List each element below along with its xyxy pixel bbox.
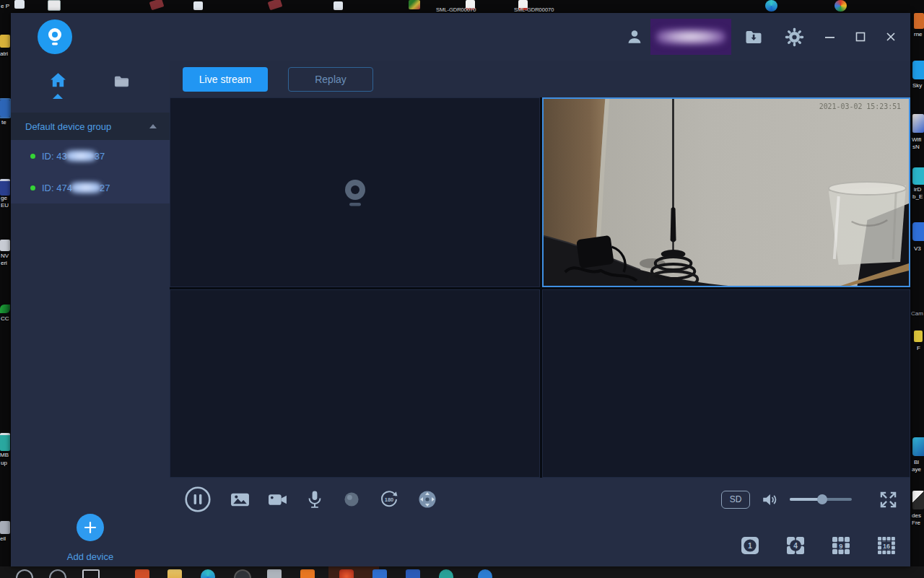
- taskbar-explorer-icon[interactable]: [167, 569, 182, 578]
- record-video-button[interactable]: [268, 490, 287, 509]
- device-group-header[interactable]: Default device group: [11, 113, 170, 140]
- active-app-highlight: [328, 566, 379, 578]
- desktop-label-fragment: EU: [1, 202, 9, 209]
- maximize-button[interactable]: [855, 32, 866, 42]
- desktop-label-fragment: Bl: [914, 459, 919, 465]
- desktop-label-fragment: atri: [0, 51, 8, 57]
- desktop-label-fragment: Fre: [912, 520, 920, 526]
- desktop-shortcut-icon: [268, 0, 283, 10]
- grid-layout-switcher: 1 4: [739, 535, 897, 556]
- home-icon: [48, 71, 68, 90]
- volume-slider[interactable]: [790, 498, 852, 501]
- redacted-id-blur: [65, 150, 97, 162]
- taskbar-powerpoint-icon[interactable]: [135, 569, 149, 578]
- osd-timestamp: 2021-03-02 15:23:51: [819, 102, 901, 110]
- layout-16-label: 16: [883, 543, 890, 550]
- layout-1-button[interactable]: 1: [739, 535, 761, 556]
- desktop-label-fragment: aye: [912, 466, 921, 473]
- plastic-container: [829, 182, 906, 265]
- desktop-shortcut-icon: [14, 0, 25, 9]
- sidebar: Default device group ID: 4337 ID: 47427 …: [11, 61, 170, 566]
- ptz-control-button[interactable]: [417, 489, 437, 509]
- desktop-label-fragment: Wifi: [912, 136, 921, 143]
- device-id: ID: 4337: [42, 150, 105, 162]
- video-cell-3-empty[interactable]: [170, 289, 540, 478]
- taskbar-app-icon[interactable]: [439, 569, 453, 578]
- edge-browser-icon: [765, 0, 777, 12]
- video-cell-1[interactable]: [170, 97, 540, 287]
- player-controlbar: 180 SD: [170, 478, 910, 521]
- device-groups-tab[interactable]: [113, 72, 131, 90]
- video-cell-2-live-feed[interactable]: 2021-03-02 15:23:51: [542, 97, 910, 287]
- add-device: Add device: [11, 514, 170, 562]
- settings-gear-icon[interactable]: [785, 27, 804, 47]
- desktop-shortcut-icon: [914, 13, 924, 29]
- folder-icon: [113, 72, 131, 90]
- desktop-shortcut-icon: [912, 167, 924, 185]
- snapshot-button[interactable]: [230, 490, 250, 509]
- quality-selector-button[interactable]: SD: [721, 491, 750, 509]
- desktop-label-fragment: Sky: [912, 82, 922, 89]
- add-device-button[interactable]: [77, 514, 104, 541]
- taskbar-cortana-icon[interactable]: [49, 569, 66, 578]
- desktop-shortcut-icon: [914, 330, 923, 342]
- desktop-label-fragment: NV: [1, 253, 9, 259]
- desktop-shortcut-icon: [0, 240, 10, 251]
- taskbar-app-icon[interactable]: [300, 569, 315, 578]
- download-folder-icon[interactable]: [744, 27, 763, 46]
- taskbar-app-icon[interactable]: [234, 569, 251, 578]
- desktop-label-fragment: irD: [914, 186, 921, 193]
- folder-icon: [0, 35, 10, 48]
- desktop-label-fragment: sN: [912, 144, 920, 150]
- desktop-file-label: SML-GDR00070: [436, 6, 476, 13]
- taskbar-taskview-icon[interactable]: [82, 569, 100, 578]
- device-list-item[interactable]: ID: 47427: [11, 172, 170, 203]
- rotate-180-label: 180: [385, 496, 393, 503]
- taskbar-active-app-icon[interactable]: [339, 569, 354, 578]
- selected-shortcut-icon: [0, 100, 10, 117]
- device-list-item[interactable]: ID: 4337: [11, 140, 170, 172]
- volume-speaker-icon[interactable]: [762, 491, 778, 508]
- taskbar-search-icon[interactable]: [16, 569, 33, 578]
- layout-16-button[interactable]: 16: [876, 535, 897, 556]
- taskbar-word-icon[interactable]: [406, 569, 420, 578]
- rotate-180-button[interactable]: 180: [379, 489, 399, 509]
- desktop-label-fragment: b_E: [912, 193, 923, 200]
- app-logo: [38, 19, 72, 54]
- pause-button[interactable]: [183, 485, 212, 514]
- user-account-icon[interactable]: [626, 28, 643, 45]
- taskbar-edge-icon[interactable]: [201, 569, 215, 578]
- minimize-button[interactable]: [824, 32, 835, 43]
- desktop-label-fragment: F: [917, 345, 920, 351]
- layout-4-button[interactable]: 4: [785, 535, 806, 556]
- desktop-label-fragment: CC: [1, 315, 9, 322]
- volume-thumb[interactable]: [817, 494, 827, 504]
- taskbar-app-icon[interactable]: [372, 569, 387, 578]
- redacted-id-blur: [70, 182, 102, 193]
- plus-icon: [83, 520, 97, 535]
- replay-tab[interactable]: Replay: [288, 67, 373, 92]
- home-tab[interactable]: [48, 71, 68, 90]
- video-cell-4-empty[interactable]: [542, 289, 910, 478]
- desktop-shortcut-icon: [912, 491, 924, 509]
- microphone-button[interactable]: [305, 490, 324, 509]
- layout-9-label: 9: [839, 542, 842, 550]
- taskbar-app-icon[interactable]: [478, 569, 492, 578]
- fullscreen-button[interactable]: [879, 491, 897, 509]
- desktop-shortcut-icon: [334, 1, 343, 10]
- speaker-toggle-disabled[interactable]: [342, 490, 361, 509]
- collapse-arrow-icon: [149, 124, 157, 128]
- stream-mode-tabs: Live stream Replay: [170, 61, 910, 97]
- close-button[interactable]: [886, 32, 896, 42]
- taskbar-printer-icon[interactable]: [267, 569, 282, 578]
- desktop-label-fragment: eri: [1, 260, 7, 266]
- desktop-shortcut-icon: [0, 305, 10, 313]
- desktop-label-fragment: up: [1, 460, 7, 466]
- chrome-browser-icon: [834, 0, 847, 12]
- layout-9-button[interactable]: 9: [830, 535, 852, 556]
- main-area: Live stream Replay: [170, 61, 910, 566]
- desktop-label-fragment: te: [1, 119, 6, 126]
- live-stream-tab[interactable]: Live stream: [183, 67, 268, 92]
- windows-taskbar: [0, 566, 924, 578]
- skype-icon: [912, 61, 924, 79]
